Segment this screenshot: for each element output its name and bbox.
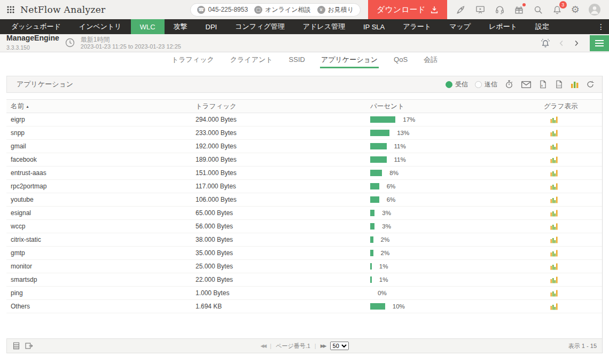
received-radio-dot (446, 81, 452, 88)
table-row: entrust-aaas151.000 Bytes8% (6, 167, 602, 180)
nav-item-dpi[interactable]: DPI (197, 19, 227, 34)
app-name[interactable]: esignal (11, 209, 196, 217)
app-name[interactable]: Others (11, 303, 196, 310)
alarm-icon[interactable] (540, 37, 551, 49)
column-header-percent[interactable]: パーセント (370, 102, 544, 111)
tab-ssid[interactable]: SSID (288, 52, 306, 68)
nav-item-ip-sla[interactable]: IP SLA (354, 19, 394, 34)
headset-icon[interactable] (495, 5, 505, 15)
next-page-button[interactable]: ▶▶ (321, 343, 326, 349)
row-graph-icon[interactable] (544, 249, 602, 257)
nav-item-settings[interactable]: 設定 (526, 19, 558, 34)
app-name[interactable]: entrust-aaas (11, 169, 196, 177)
app-name[interactable]: ping (11, 289, 196, 297)
tab-qos[interactable]: QoS (393, 52, 409, 68)
app-name[interactable]: rpc2portmap (11, 183, 196, 190)
row-graph-icon[interactable] (544, 156, 602, 163)
device-info: ManageEngine 3.3.3.150 (6, 34, 59, 52)
tab-clients[interactable]: クライアント (229, 52, 274, 68)
report-icon[interactable] (12, 342, 20, 350)
app-name[interactable]: gmtp (11, 249, 196, 257)
app-grid-icon[interactable] (6, 5, 15, 14)
bell-icon[interactable]: 3 (552, 5, 562, 15)
percent-bar (370, 170, 382, 176)
row-graph-icon[interactable] (544, 183, 602, 190)
app-name[interactable]: youtube (11, 196, 196, 203)
pdf-icon[interactable]: A (538, 80, 548, 89)
tab-applications[interactable]: アプリケーション (320, 52, 379, 68)
app-name[interactable]: wccp (11, 223, 196, 230)
percent-cell: 2% (370, 250, 544, 256)
table-body: eigrp294.000 Bytes17%snpp233.000 Bytes13… (6, 113, 602, 313)
row-graph-icon[interactable] (544, 209, 602, 217)
row-graph-icon[interactable] (544, 276, 602, 283)
export-icon[interactable] (25, 342, 33, 350)
row-graph-icon[interactable] (544, 303, 602, 310)
download-button[interactable]: ダウンロード (368, 0, 447, 19)
nav-item-address-management[interactable]: アドレス管理 (294, 19, 354, 34)
percent-cell: 11% (370, 143, 544, 149)
nav-item-dashboard[interactable]: ダッシュボード (2, 19, 70, 34)
column-header-traffic[interactable]: トラフィック (196, 102, 370, 111)
received-radio[interactable]: 受信 (446, 80, 468, 89)
rocket-icon[interactable] (456, 5, 466, 15)
online-consult-link[interactable]: ▢ オンライン相談 (254, 5, 310, 14)
nav-item-config-management[interactable]: コンフィグ管理 (226, 19, 294, 34)
app-name[interactable]: eigrp (11, 116, 196, 123)
nav-item-reports[interactable]: レポート (480, 19, 526, 34)
row-graph-icon[interactable] (544, 289, 602, 297)
period-range: 2023-01-23 11:25 to 2023-01-23 12:25 (81, 43, 181, 50)
row-graph-icon[interactable] (544, 263, 602, 270)
gift-icon[interactable] (514, 5, 524, 15)
traffic-value: 25.000 Bytes (196, 263, 370, 270)
avatar-icon[interactable] (589, 4, 600, 15)
row-graph-icon[interactable] (544, 143, 602, 150)
traffic-value: 192.000 Bytes (196, 143, 370, 150)
refresh-icon[interactable] (586, 80, 595, 89)
app-name[interactable]: monitor (11, 263, 196, 270)
page-size-select[interactable]: 50 (330, 342, 349, 350)
first-page-button[interactable]: ◀◀ (260, 343, 266, 349)
clock-icon[interactable] (65, 37, 75, 48)
nav-item-alerts[interactable]: アラート (394, 19, 440, 34)
chart-icon[interactable] (571, 80, 579, 89)
gear-icon[interactable]: ⚙ (571, 5, 580, 14)
pagination-footer: ◀◀ | ページ番号.1 | ▶▶ 50 表示 1 - 15 (6, 338, 602, 353)
row-graph-icon[interactable] (544, 236, 602, 243)
table-row: wccp56.000 Bytes3% (6, 220, 602, 233)
next-chevron-icon[interactable] (572, 38, 581, 48)
device-version: 3.3.3.150 (6, 44, 30, 51)
nav-item-attacks[interactable]: 攻撃 (165, 19, 197, 34)
app-name[interactable]: citrix-static (11, 236, 196, 243)
tab-traffic[interactable]: トラフィック (170, 52, 215, 68)
app-name[interactable]: snpp (11, 129, 196, 137)
row-graph-icon[interactable] (544, 169, 602, 177)
app-name[interactable]: facebook (11, 156, 196, 163)
mail-icon[interactable] (521, 80, 532, 89)
phone-number: 045-225-8953 (208, 6, 248, 13)
csv-icon[interactable]: CSV (555, 80, 564, 89)
column-header-graph[interactable]: グラフ表示 (544, 102, 602, 111)
column-header-name[interactable]: 名前▲ (11, 102, 196, 111)
time-period[interactable]: 最新1時間 2023-01-23 11:25 to 2023-01-23 12:… (81, 36, 181, 51)
demo-icon[interactable] (475, 5, 486, 15)
row-graph-icon[interactable] (544, 223, 602, 230)
app-name[interactable]: smartsdp (11, 276, 196, 283)
nav-overflow-icon[interactable]: ⋮ (597, 19, 605, 34)
timer-icon[interactable] (504, 80, 514, 89)
quote-link[interactable]: ¥ お見積り (317, 5, 354, 14)
nav-item-inventory[interactable]: インベントリ (70, 19, 131, 34)
prev-chevron-icon[interactable] (557, 38, 566, 48)
search-icon[interactable] (533, 5, 543, 15)
panel-menu-button[interactable] (590, 35, 609, 51)
nav-item-maps[interactable]: マップ (440, 19, 480, 34)
tab-conversations[interactable]: 会話 (423, 52, 439, 68)
phone-link[interactable]: ☎ 045-225-8953 (197, 6, 248, 14)
app-name[interactable]: gmail (11, 143, 196, 150)
table-row: youtube106.000 Bytes6% (6, 193, 602, 207)
sent-radio[interactable]: 送信 (475, 80, 497, 89)
row-graph-icon[interactable] (544, 116, 602, 123)
row-graph-icon[interactable] (544, 129, 602, 137)
nav-item-wlc[interactable]: WLC (131, 19, 165, 34)
row-graph-icon[interactable] (544, 196, 602, 203)
